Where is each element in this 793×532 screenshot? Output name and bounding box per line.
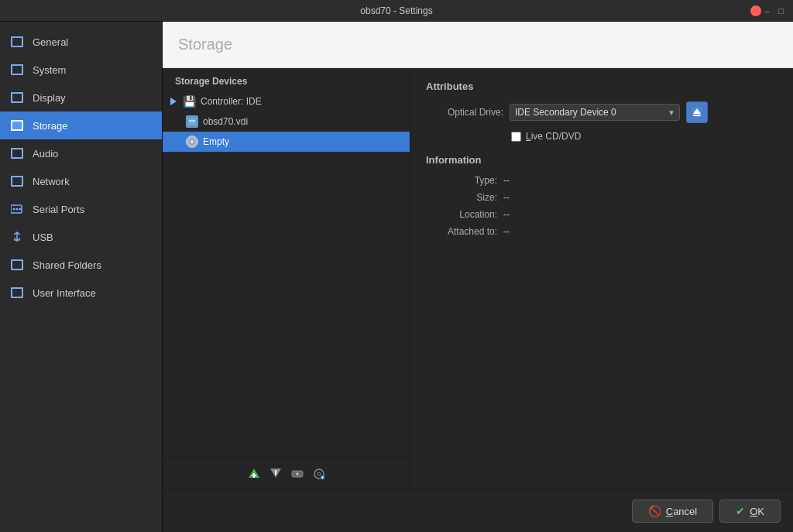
minimize-button[interactable]: – xyxy=(761,6,772,15)
page-title: Storage xyxy=(178,36,232,53)
disk-icon xyxy=(186,115,198,128)
add-attachment-button[interactable] xyxy=(245,465,263,483)
sidebar-label-general: General xyxy=(33,36,68,48)
footer: 🚫 Cancel ✔ OK xyxy=(163,489,793,532)
sidebar-item-serial-ports[interactable]: Serial Ports xyxy=(0,195,162,223)
svg-point-2 xyxy=(16,208,19,211)
sidebar-label-usb: USB xyxy=(33,232,53,243)
shared-folders-icon xyxy=(9,257,25,273)
usb-icon xyxy=(9,229,25,245)
optical-drive-label: Optical Drive: xyxy=(426,107,503,118)
information-section-title: Information xyxy=(426,154,778,166)
sidebar-item-user-interface[interactable]: User Interface xyxy=(0,279,162,307)
storage-header: Storage xyxy=(163,22,793,68)
type-row: Type: -- xyxy=(426,175,778,186)
add-controller-button[interactable] xyxy=(288,465,307,483)
svg-rect-20 xyxy=(322,476,323,479)
optical-drive-select[interactable]: IDE Secondary Device 0 IDE Secondary Dev… xyxy=(510,104,680,121)
disk-item-vdi[interactable]: obsd70.vdi xyxy=(163,112,410,132)
add-optical-button[interactable] xyxy=(310,465,328,483)
sidebar-label-system: System xyxy=(33,64,66,76)
content-area: Storage Storage Devices 💾 Controller: ID… xyxy=(163,22,793,532)
location-label: Location: xyxy=(426,209,503,220)
controller-ide[interactable]: 💾 Controller: IDE xyxy=(163,91,410,112)
sidebar-label-display: Display xyxy=(33,92,66,104)
controller-label: Controller: IDE xyxy=(201,96,262,107)
attributes-section-title: Attributes xyxy=(426,81,778,92)
window-title: obsd70 - Settings xyxy=(360,5,432,16)
attached-to-value: -- xyxy=(503,226,510,237)
sidebar-label-serial-ports: Serial Ports xyxy=(33,204,84,215)
disk-item-empty[interactable]: Empty xyxy=(163,132,410,152)
sidebar-item-display[interactable]: Display xyxy=(0,84,162,112)
system-icon xyxy=(9,62,25,77)
location-row: Location: -- xyxy=(426,209,778,220)
ok-icon: ✔ xyxy=(736,505,745,517)
ok-button[interactable]: ✔ OK xyxy=(719,499,781,523)
win-controls: – □ xyxy=(761,6,787,15)
sidebar-item-shared-folders[interactable]: Shared Folders xyxy=(0,251,162,279)
location-value: -- xyxy=(503,209,510,220)
live-cd-row: Live CD/DVD xyxy=(426,131,778,142)
storage-icon xyxy=(9,118,25,133)
sidebar-label-user-interface: User Interface xyxy=(33,287,96,299)
sidebar-item-network[interactable]: Network xyxy=(0,167,162,195)
devices-toolbar xyxy=(163,458,410,489)
size-row: Size: -- xyxy=(426,192,778,203)
storage-body: Storage Devices 💾 Controller: IDE xyxy=(163,68,793,489)
sidebar: General System Display Storage Audio xyxy=(0,22,163,532)
size-label: Size: xyxy=(426,192,503,203)
sidebar-item-usb[interactable]: USB xyxy=(0,223,162,251)
svg-rect-5 xyxy=(189,120,195,122)
titlebar: obsd70 - Settings – □ xyxy=(0,0,793,22)
sidebar-label-shared-folders: Shared Folders xyxy=(33,259,101,271)
live-cd-checkbox[interactable] xyxy=(511,132,521,142)
optical-drive-row: Optical Drive: IDE Secondary Device 0 ID… xyxy=(426,101,778,123)
user-interface-icon xyxy=(9,285,25,300)
remove-attachment-button[interactable] xyxy=(266,465,285,483)
sidebar-item-audio[interactable]: Audio xyxy=(0,139,162,167)
audio-icon xyxy=(9,146,25,161)
close-window-button[interactable] xyxy=(750,5,761,16)
type-value: -- xyxy=(503,175,510,186)
sidebar-item-storage[interactable]: Storage xyxy=(0,112,162,139)
sidebar-label-network: Network xyxy=(33,176,70,187)
disk-label-vdi: obsd70.vdi xyxy=(203,116,248,127)
cd-icon-empty xyxy=(186,136,198,148)
eject-button[interactable] xyxy=(686,101,708,123)
attached-to-label: Attached to: xyxy=(426,226,503,237)
titlebar-window-controls xyxy=(750,5,761,16)
svg-rect-10 xyxy=(252,475,256,476)
svg-rect-23 xyxy=(693,115,701,116)
sidebar-label-audio: Audio xyxy=(33,148,58,160)
network-icon xyxy=(9,173,25,189)
device-tree: 💾 Controller: IDE obsd70.vdi xyxy=(163,91,410,458)
svg-rect-15 xyxy=(297,472,298,475)
type-label: Type: xyxy=(426,175,503,186)
controller-icon: 💾 xyxy=(183,95,196,108)
sidebar-item-general[interactable]: General xyxy=(0,28,162,56)
live-cd-label: Live CD/DVD xyxy=(526,131,581,142)
cancel-button[interactable]: 🚫 Cancel xyxy=(632,499,713,523)
svg-rect-12 xyxy=(275,470,276,475)
attached-to-row: Attached to: -- xyxy=(426,226,778,237)
disk-label-empty: Empty xyxy=(203,136,229,147)
optical-drive-select-wrapper: IDE Secondary Device 0 IDE Secondary Dev… xyxy=(510,104,680,121)
size-value: -- xyxy=(503,192,510,203)
svg-point-3 xyxy=(19,208,22,211)
serial-ports-icon xyxy=(9,201,25,217)
maximize-button[interactable]: □ xyxy=(775,6,787,15)
devices-panel: Storage Devices 💾 Controller: IDE xyxy=(163,68,410,489)
display-icon xyxy=(9,90,25,105)
ok-label: OK xyxy=(750,506,764,517)
attributes-panel: Attributes Optical Drive: IDE Secondary … xyxy=(410,68,793,489)
main-container: General System Display Storage Audio xyxy=(0,22,793,532)
general-icon xyxy=(9,34,25,50)
sidebar-item-system[interactable]: System xyxy=(0,56,162,84)
expand-icon xyxy=(170,98,177,105)
svg-point-7 xyxy=(191,141,194,143)
svg-point-17 xyxy=(318,472,321,475)
information-section: Information Type: -- Size: -- Location: … xyxy=(426,154,778,237)
svg-point-1 xyxy=(13,208,15,211)
cancel-icon: 🚫 xyxy=(648,505,661,517)
